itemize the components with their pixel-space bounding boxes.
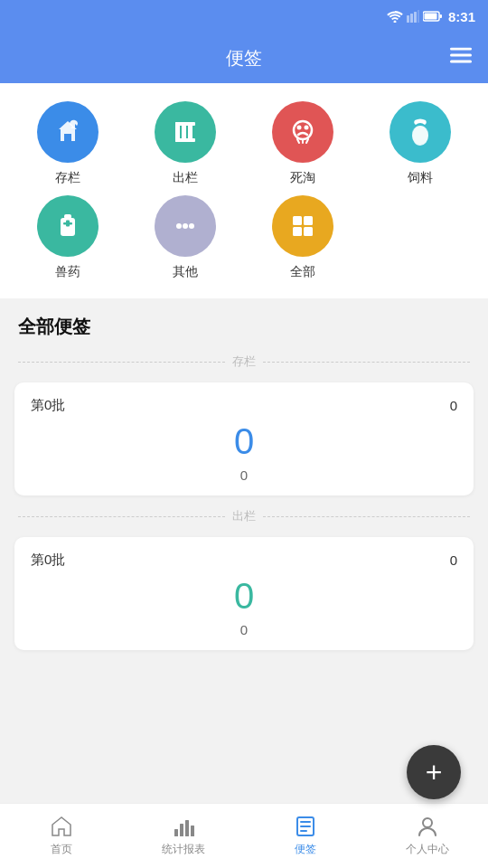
svg-rect-32 bbox=[304, 216, 313, 225]
cunlan-icon bbox=[52, 116, 84, 148]
svg-point-29 bbox=[183, 223, 188, 229]
icon-cunlan[interactable]: 存栏 bbox=[9, 101, 127, 186]
svg-rect-35 bbox=[174, 829, 178, 836]
siliao-label: 饲料 bbox=[408, 170, 433, 186]
svg-rect-3 bbox=[418, 10, 419, 23]
qita-label: 其他 bbox=[173, 264, 198, 280]
sitao-label: 死淘 bbox=[290, 170, 315, 186]
svg-rect-27 bbox=[66, 221, 70, 227]
home-icon bbox=[50, 815, 73, 838]
bottom-nav: 首页 统计报表 便签 个人中心 bbox=[0, 803, 488, 868]
status-icons bbox=[387, 10, 443, 23]
note-card-chulan-top: 第0批 0 bbox=[31, 552, 457, 569]
wifi-icon bbox=[387, 10, 403, 23]
svg-point-18 bbox=[305, 126, 309, 130]
sitao-circle bbox=[272, 101, 333, 163]
svg-rect-2 bbox=[414, 12, 417, 23]
notes-icon bbox=[294, 815, 317, 838]
add-fab-button[interactable]: + bbox=[407, 745, 461, 799]
chulan-card-label: 第0批 bbox=[31, 552, 65, 569]
nav-stats-label: 统计报表 bbox=[162, 842, 205, 857]
chulan-card-bottom: 0 bbox=[31, 622, 457, 637]
divider-line-right2 bbox=[263, 516, 470, 517]
cunlan-card-label: 第0批 bbox=[31, 397, 65, 414]
divider-line-left2 bbox=[18, 516, 225, 517]
icon-sitao[interactable]: 死淘 bbox=[244, 101, 361, 186]
chulan-label: 出栏 bbox=[173, 170, 198, 186]
quanbu-icon bbox=[286, 210, 319, 242]
svg-point-30 bbox=[189, 223, 194, 229]
nav-stats[interactable]: 统计报表 bbox=[122, 804, 244, 868]
icon-grid-row1: 存栏 出栏 bbox=[9, 101, 479, 186]
signal-icon bbox=[407, 10, 419, 23]
svg-rect-1 bbox=[410, 14, 413, 23]
header: 便签 bbox=[0, 33, 488, 83]
cunlan-card-bottom: 0 bbox=[31, 467, 457, 483]
icon-grid-section: 存栏 出栏 bbox=[0, 83, 488, 298]
icon-qita[interactable]: 其他 bbox=[127, 195, 244, 280]
icon-quanbu[interactable]: 全部 bbox=[244, 195, 361, 280]
chulan-icon bbox=[169, 116, 202, 148]
icon-siliao[interactable]: 饲料 bbox=[361, 101, 479, 186]
svg-rect-14 bbox=[175, 122, 195, 126]
svg-rect-5 bbox=[424, 14, 436, 20]
section-divider-cunlan: 存栏 bbox=[0, 348, 488, 375]
chulan-card-count: 0 bbox=[450, 552, 457, 568]
siliao-icon bbox=[404, 116, 436, 148]
note-card-chulan[interactable]: 第0批 0 0 0 bbox=[14, 537, 474, 650]
time-display: 8:31 bbox=[448, 9, 475, 24]
qita-circle bbox=[155, 195, 216, 257]
svg-rect-38 bbox=[191, 826, 194, 836]
all-notes-title: 全部便签 bbox=[18, 316, 90, 336]
nav-profile[interactable]: 个人中心 bbox=[366, 804, 488, 868]
sitao-icon bbox=[286, 116, 319, 148]
svg-line-19 bbox=[297, 139, 299, 143]
shouyao-circle bbox=[37, 195, 99, 257]
add-icon: + bbox=[426, 758, 443, 787]
qita-icon bbox=[169, 210, 202, 242]
cunlan-circle bbox=[37, 101, 99, 163]
divider-text-cunlan: 存栏 bbox=[232, 354, 256, 370]
nav-profile-label: 个人中心 bbox=[406, 842, 449, 857]
chulan-card-value: 0 bbox=[31, 576, 457, 617]
svg-rect-36 bbox=[180, 824, 183, 836]
quanbu-label: 全部 bbox=[290, 264, 315, 280]
nav-home[interactable]: 首页 bbox=[0, 804, 122, 868]
svg-rect-37 bbox=[185, 820, 189, 836]
cunlan-label: 存栏 bbox=[55, 170, 80, 186]
divider-text-chulan: 出栏 bbox=[232, 508, 256, 524]
battery-icon bbox=[423, 11, 443, 22]
menu-button[interactable] bbox=[450, 48, 472, 69]
note-card-cunlan-top: 第0批 0 bbox=[31, 397, 457, 414]
svg-rect-6 bbox=[439, 14, 442, 18]
svg-rect-9 bbox=[450, 61, 472, 63]
svg-rect-31 bbox=[293, 216, 302, 225]
svg-rect-34 bbox=[304, 227, 313, 236]
nav-notes-label: 便签 bbox=[295, 842, 316, 857]
section-divider-chulan: 出栏 bbox=[0, 503, 488, 530]
icon-grid-row2: 兽药 其他 全部 bbox=[9, 195, 479, 289]
siliao-circle bbox=[389, 101, 451, 163]
quanbu-circle bbox=[272, 195, 333, 257]
note-card-cunlan[interactable]: 第0批 0 0 0 bbox=[14, 382, 474, 495]
icon-chulan[interactable]: 出栏 bbox=[127, 101, 244, 186]
svg-rect-8 bbox=[450, 54, 472, 57]
menu-icon bbox=[450, 48, 472, 64]
shouyao-label: 兽药 bbox=[55, 264, 80, 280]
svg-rect-7 bbox=[450, 48, 472, 51]
icon-shouyao[interactable]: 兽药 bbox=[9, 195, 127, 280]
nav-home-label: 首页 bbox=[51, 842, 72, 857]
nav-notes[interactable]: 便签 bbox=[244, 804, 366, 868]
svg-rect-33 bbox=[293, 227, 302, 236]
header-title: 便签 bbox=[226, 46, 262, 71]
all-notes-header: 全部便签 bbox=[0, 298, 488, 348]
svg-point-28 bbox=[176, 223, 182, 229]
svg-rect-0 bbox=[407, 15, 409, 23]
stats-icon bbox=[172, 815, 195, 838]
shouyao-icon bbox=[52, 210, 84, 242]
cunlan-card-value: 0 bbox=[31, 421, 457, 462]
svg-point-16 bbox=[294, 121, 312, 139]
svg-rect-15 bbox=[175, 138, 195, 142]
profile-icon bbox=[416, 815, 439, 838]
chulan-circle bbox=[155, 101, 216, 163]
